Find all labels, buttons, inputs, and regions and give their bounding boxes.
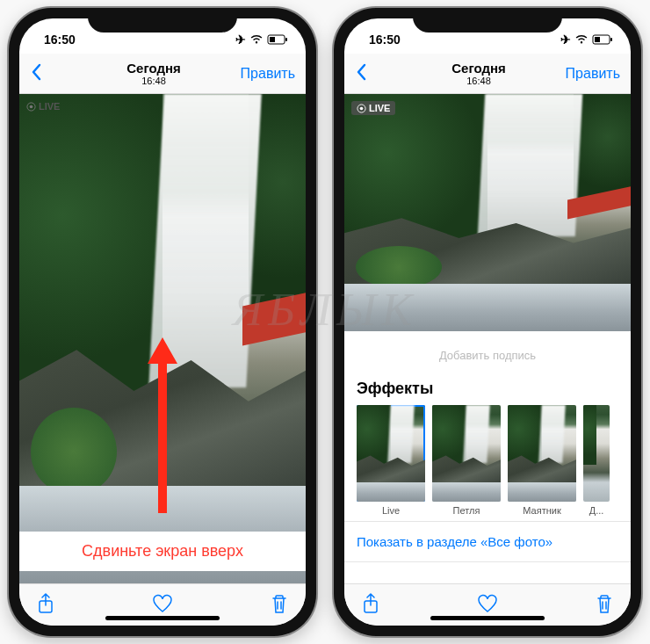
phone-right: 16:50 ✈ Сегодня 16:48 Править LIVE (334, 8, 641, 636)
airplane-icon: ✈ (560, 33, 571, 47)
nav-title-sub: 16:48 (74, 76, 234, 87)
effect-label: Маятник (508, 505, 576, 516)
back-button[interactable] (30, 62, 74, 86)
svg-point-10 (360, 106, 364, 110)
nav-bar: Сегодня 16:48 Править (19, 54, 306, 94)
effects-row[interactable]: Live Петля Маятник Д... (357, 405, 618, 516)
heart-icon (152, 594, 173, 613)
photo-view[interactable]: LIVE Сдвиньте экран вверх (19, 94, 306, 583)
nav-bar: Сегодня 16:48 Править (344, 54, 631, 94)
phone-left: 16:50 ✈ Сегодня 16:48 Править LIVE (9, 8, 316, 636)
svg-rect-8 (595, 37, 600, 42)
effect-live[interactable]: Live (357, 405, 425, 516)
effect-more[interactable]: Д... (583, 405, 610, 516)
status-time: 16:50 (369, 33, 401, 47)
status-icons: ✈ (235, 33, 288, 47)
live-badge: LIVE (351, 101, 395, 115)
instruction-text: Сдвиньте экран вверх (19, 532, 306, 571)
svg-rect-7 (610, 38, 612, 41)
effect-bounce[interactable]: Маятник (508, 405, 576, 516)
trash-icon (596, 593, 613, 614)
nav-title: Сегодня 16:48 (399, 61, 559, 87)
live-badge: LIVE (26, 101, 60, 112)
share-icon (362, 593, 379, 614)
nav-title-main: Сегодня (74, 61, 234, 76)
status-icons: ✈ (560, 33, 613, 47)
caption-field[interactable]: Добавить подпись (344, 331, 631, 371)
svg-rect-2 (270, 37, 275, 42)
show-in-all-photos-link[interactable]: Показать в разделе «Все фото» (344, 521, 631, 562)
svg-point-4 (30, 105, 33, 108)
favorite-button[interactable] (152, 594, 173, 617)
trash-icon (271, 593, 288, 614)
edit-button[interactable]: Править (559, 66, 620, 82)
nav-title-sub: 16:48 (399, 76, 559, 87)
battery-icon (267, 34, 288, 45)
status-time: 16:50 (44, 33, 76, 47)
share-button[interactable] (37, 593, 54, 618)
effect-label: Live (357, 505, 425, 516)
home-indicator[interactable] (430, 616, 545, 620)
airplane-icon: ✈ (235, 33, 246, 47)
effect-label: Петля (432, 505, 501, 516)
swipe-up-arrow-icon (141, 329, 184, 522)
battery-icon (592, 34, 613, 45)
live-icon (26, 102, 36, 112)
chevron-left-icon (355, 63, 367, 81)
nav-title-main: Сегодня (399, 61, 559, 76)
wifi-icon (249, 34, 264, 45)
effect-loop[interactable]: Петля (432, 405, 501, 516)
home-indicator[interactable] (105, 616, 220, 620)
nav-title: Сегодня 16:48 (74, 61, 234, 87)
effects-section: Эффекты Live Петля Маятник (344, 371, 631, 521)
effect-label: Д... (583, 505, 610, 516)
delete-button[interactable] (596, 593, 613, 618)
effects-title: Эффекты (357, 380, 618, 398)
back-button[interactable] (355, 62, 399, 86)
wifi-icon (574, 34, 589, 45)
heart-icon (477, 594, 498, 613)
svg-rect-1 (285, 38, 287, 41)
edit-button[interactable]: Править (234, 66, 295, 82)
delete-button[interactable] (271, 593, 288, 618)
notch (413, 8, 562, 33)
share-button[interactable] (362, 593, 379, 618)
favorite-button[interactable] (477, 594, 498, 617)
notch (88, 8, 237, 33)
photo-preview[interactable]: LIVE (344, 94, 631, 331)
live-icon (357, 104, 366, 113)
chevron-left-icon (30, 63, 42, 81)
detail-scroll[interactable]: LIVE Добавить подпись Эффекты Live (344, 94, 631, 583)
share-icon (37, 593, 54, 614)
